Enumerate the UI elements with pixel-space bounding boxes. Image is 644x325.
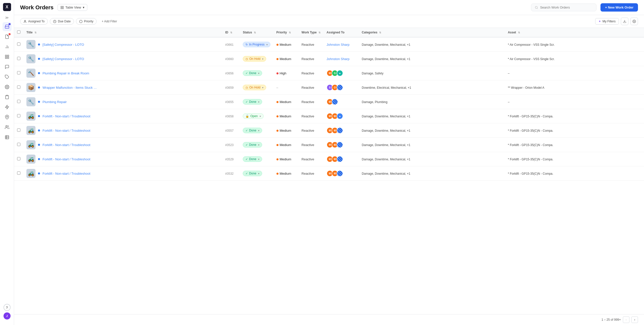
pagination-next-button[interactable]: › bbox=[631, 316, 638, 323]
col-asset[interactable]: Asset ⇅ bbox=[505, 28, 644, 37]
sidebar-item-table[interactable] bbox=[3, 133, 12, 142]
view-selector[interactable]: Table View ▾ bbox=[58, 4, 87, 11]
sidebar-item-dashboard[interactable] bbox=[3, 52, 12, 61]
work-order-id[interactable]: #3661 bbox=[225, 43, 233, 47]
status-badge[interactable]: ◷On Hold ▾ bbox=[243, 56, 266, 62]
search-input[interactable] bbox=[540, 6, 593, 9]
col-id[interactable]: ID ⇅ bbox=[222, 28, 240, 37]
work-order-id[interactable]: #3655 bbox=[225, 100, 233, 104]
assigned-cell: Johnston Sharp bbox=[324, 37, 359, 52]
col-status[interactable]: Status ⇅ bbox=[240, 28, 273, 37]
work-order-id[interactable]: #3660 bbox=[225, 57, 233, 61]
status-badge[interactable]: ✓Done ▾ bbox=[243, 156, 262, 162]
row-checkbox[interactable] bbox=[17, 71, 20, 74]
status-badge[interactable]: ◷On Hold ▾ bbox=[243, 85, 266, 90]
search-container bbox=[531, 4, 596, 11]
status-cell: ◷On Hold ▾ bbox=[240, 80, 273, 95]
work-order-id[interactable]: #3529 bbox=[225, 158, 233, 161]
work-type: Reactive bbox=[302, 71, 314, 75]
work-order-title[interactable]: Forklift - Non-start / Troubleshoot bbox=[43, 129, 90, 132]
new-work-order-button[interactable]: + New Work Order bbox=[600, 3, 638, 12]
col-assigned[interactable]: Assigned To bbox=[324, 28, 359, 37]
status-badge[interactable]: ✓Done ▾ bbox=[243, 128, 262, 133]
title-cell: 🔧 Plumbing Repair bbox=[23, 95, 222, 109]
work-order-title[interactable]: [Safety] Compressor - LOTO bbox=[43, 57, 84, 61]
table-row: 🔧 [Safety] Compressor - LOTO #3660 ◷On H… bbox=[14, 52, 644, 66]
work-order-title[interactable]: [Safety] Compressor - LOTO bbox=[43, 43, 84, 47]
status-badge[interactable]: ↻In Progress ▾ bbox=[243, 42, 270, 47]
add-filter-button[interactable]: + Add Filter bbox=[99, 18, 120, 24]
work-order-id[interactable]: #3557 bbox=[225, 129, 233, 132]
status-badge[interactable]: ✓Done ▾ bbox=[243, 142, 262, 148]
work-order-title[interactable]: Forklift - Non-start / Troubleshoot bbox=[43, 114, 90, 118]
view-chevron-icon: ▾ bbox=[83, 6, 85, 9]
sidebar-item-comments[interactable] bbox=[3, 62, 12, 71]
assigned-to-name[interactable]: Johnston Sharp bbox=[327, 57, 349, 61]
categories-cell: Damage, Downtime, Mechanical, +1 bbox=[359, 152, 505, 166]
row-checkbox[interactable] bbox=[17, 143, 20, 146]
status-badge[interactable]: ✓Done ▾ bbox=[243, 171, 262, 176]
pagination-prev-button[interactable]: ‹ bbox=[623, 316, 629, 323]
sidebar-item-settings[interactable] bbox=[3, 82, 12, 91]
user-avatar-icon[interactable]: J bbox=[4, 312, 11, 319]
export-button[interactable] bbox=[621, 18, 628, 25]
work-order-id[interactable]: #3532 bbox=[225, 172, 233, 175]
work-order-title[interactable]: Forklift - Non-start / Troubleshoot bbox=[43, 143, 90, 147]
filter-priority[interactable]: Priority bbox=[76, 18, 97, 25]
col-priority[interactable]: Priority ⇅ bbox=[273, 28, 299, 37]
assigned-cell: MM bbox=[324, 123, 359, 138]
app-logo[interactable]: X bbox=[3, 3, 11, 11]
assigned-cell: MM bbox=[324, 138, 359, 152]
row-checkbox[interactable] bbox=[17, 114, 20, 117]
categories-cell: Damage, Downtime, Mechanical, +1 bbox=[359, 52, 505, 66]
categories: Damage, Downtime, Mechanical, +1 bbox=[362, 158, 410, 161]
work-order-title[interactable]: Forklift - Non-start / Troubleshoot bbox=[43, 157, 90, 161]
col-title[interactable]: Title ⇅ bbox=[23, 28, 222, 37]
status-badge[interactable]: 🔓Open ▾ bbox=[243, 113, 263, 119]
filter-assigned-to[interactable]: Assigned To bbox=[20, 18, 48, 25]
row-image: 🔧 bbox=[26, 97, 35, 106]
categories-cell: Damage, Downtime, Mechanical, +1 bbox=[359, 109, 505, 123]
work-order-id[interactable]: #3523 bbox=[225, 143, 233, 147]
row-checkbox[interactable] bbox=[17, 171, 20, 175]
asset: * Forklift - GP15-35(C)N - Compa. bbox=[508, 172, 553, 175]
sidebar-item-tags[interactable] bbox=[3, 72, 12, 81]
sidebar-item-lightning[interactable] bbox=[3, 103, 12, 112]
row-checkbox[interactable] bbox=[17, 100, 20, 103]
table-row: 🔨 Plumbing Repair in Break Room #3656 ✓D… bbox=[14, 66, 644, 80]
sidebar-item-inbox[interactable] bbox=[3, 22, 12, 31]
work-order-id[interactable]: #3658 bbox=[225, 115, 233, 118]
select-all-checkbox[interactable] bbox=[17, 30, 20, 34]
svg-line-22 bbox=[537, 8, 538, 9]
row-checkbox[interactable] bbox=[17, 57, 20, 60]
col-categories[interactable]: Categories ⇅ bbox=[359, 28, 505, 37]
work-order-title[interactable]: Forklift - Non-start / Troubleshoot bbox=[43, 172, 90, 175]
sidebar-item-location[interactable] bbox=[3, 113, 12, 122]
row-checkbox-cell bbox=[14, 138, 23, 152]
row-checkbox[interactable] bbox=[17, 42, 20, 46]
row-checkbox[interactable] bbox=[17, 85, 20, 89]
row-image: 🔧 bbox=[26, 40, 35, 49]
sidebar-item-documents[interactable] bbox=[3, 32, 12, 41]
col-worktype[interactable]: Work Type ⇅ bbox=[299, 28, 324, 37]
row-checkbox-cell bbox=[14, 123, 23, 138]
work-order-id[interactable]: #3656 bbox=[225, 72, 233, 75]
status-badge[interactable]: ✓Done ▾ bbox=[243, 99, 262, 105]
sidebar-item-people[interactable] bbox=[3, 123, 12, 132]
work-order-title[interactable]: Plumbing Repair in Break Room bbox=[43, 71, 89, 75]
assigned-to-name[interactable]: Johnston Sharp bbox=[327, 43, 349, 47]
sidebar-item-clipboard[interactable] bbox=[3, 92, 12, 102]
row-checkbox[interactable] bbox=[17, 128, 20, 132]
help-icon[interactable]: ? bbox=[4, 304, 11, 311]
my-filters-button[interactable]: ✦ My Filters bbox=[595, 18, 619, 25]
sidebar-item-charts[interactable] bbox=[3, 42, 12, 51]
filter-due-date[interactable]: Due Date bbox=[50, 18, 74, 25]
work-order-title[interactable]: Plumbing Repair bbox=[43, 100, 67, 104]
expand-sidebar-button[interactable]: ≫ bbox=[4, 14, 10, 21]
status-badge[interactable]: ✓Done ▾ bbox=[243, 70, 262, 76]
columns-settings-button[interactable] bbox=[630, 18, 638, 25]
row-checkbox[interactable] bbox=[17, 157, 20, 160]
id-cell: #3658 bbox=[222, 109, 240, 123]
work-order-id[interactable]: #3659 bbox=[225, 86, 233, 89]
work-order-title[interactable]: Wrapper Malfunction - Items Stuck on... bbox=[43, 86, 98, 89]
